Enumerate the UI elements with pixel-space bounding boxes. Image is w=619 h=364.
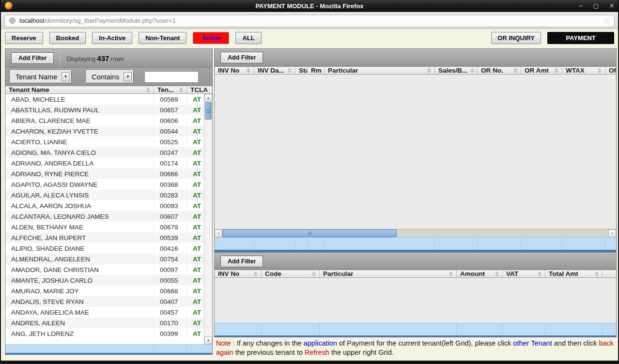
- payment-col-vat[interactable]: VAT: [503, 270, 545, 277]
- invoice-col-sales-b-[interactable]: Sales/B...: [435, 67, 478, 74]
- or-inquiry-button[interactable]: OR INQUIRY: [491, 32, 541, 44]
- note-segment: the upper right Grid.: [329, 349, 394, 356]
- status-button-booked[interactable]: Booked: [49, 32, 86, 44]
- tenant-no-cell: 00055: [154, 277, 187, 284]
- table-row[interactable]: AGAPITO, AGASSI DWAYNE00368AT: [5, 179, 212, 190]
- tenant-no-cell: 00569: [154, 96, 187, 103]
- tenant-name-cell: ANDRES, AILEEN: [5, 319, 154, 327]
- invoice-col-particular[interactable]: Particular: [325, 67, 435, 74]
- tenant-filter-bar: Tenant Name ▼ Contains ▼: [5, 68, 212, 86]
- scrollbar-track[interactable]: [397, 229, 608, 237]
- status-button-in-active[interactable]: In-Active: [92, 32, 132, 44]
- scrollbar-thumb[interactable]: [222, 229, 397, 237]
- footer-cell: [435, 238, 478, 250]
- tenant-col-ten-[interactable]: Ten...: [154, 86, 187, 93]
- status-button-reserve[interactable]: Reserve: [5, 32, 43, 44]
- tenant-name-cell: ADRIANO, ANDREA DELLA: [5, 160, 154, 167]
- add-filter-button[interactable]: Add Filter: [11, 52, 54, 64]
- close-icon[interactable]: ✕: [609, 2, 614, 9]
- tenant-name-cell: ANDALIS, STEVE RYAN: [5, 298, 154, 305]
- table-row[interactable]: AMURAO, MARIE JOY00668AT: [5, 286, 212, 296]
- invoice-col-or-amt[interactable]: OR Amt: [521, 67, 562, 74]
- minimize-icon[interactable]: –: [579, 2, 583, 9]
- payment-grid-header: INV NoCodeParticularAmountVATTotal Amt: [215, 270, 616, 278]
- sort-icon: [511, 68, 517, 73]
- payment-col-inv-no[interactable]: INV No: [215, 270, 262, 277]
- table-row[interactable]: AMANTE, JOSHUA CARLO00055AT: [5, 275, 212, 286]
- tenant-no-cell: 00174: [154, 160, 187, 167]
- scroll-left-icon[interactable]: ‹: [215, 229, 222, 237]
- table-row[interactable]: ACIERTO, LIANNE00525AT: [5, 136, 212, 147]
- payment-col-particular[interactable]: Particular: [320, 270, 457, 277]
- table-row[interactable]: AGUILAR, ALECA LYNSIS00283AT: [5, 190, 212, 200]
- invoice-col-inv-no[interactable]: INV No: [215, 67, 254, 74]
- tenant-col-tcla[interactable]: TCLA: [187, 86, 212, 93]
- column-label: Sta: [299, 67, 308, 74]
- payment-col-[interactable]: [603, 270, 616, 277]
- table-row[interactable]: AMADOR, DANE CHRISTIAN00097AT: [5, 264, 212, 275]
- table-row[interactable]: ABASTILLAS, RUDWIN PAUL00657AT: [5, 105, 212, 115]
- scrollbar-thumb[interactable]: [205, 102, 212, 120]
- vertical-scrollbar[interactable]: ▲ ▼: [204, 94, 212, 344]
- note-segment: of Payment for the current tenant(left G…: [337, 339, 513, 347]
- invoice-col-rm[interactable]: Rm: [308, 67, 325, 74]
- action-bar: ReserveBookedIn-ActiveNon-TenantActiveAL…: [1, 29, 618, 47]
- note-segment: If any changes in the: [237, 339, 304, 347]
- invoice-col-or-no-[interactable]: OR No.: [478, 67, 521, 74]
- table-row[interactable]: ANDRES, AILEEN00170AT: [5, 318, 212, 328]
- tenant-col-tenant-name[interactable]: Tenant Name: [5, 86, 154, 93]
- filter-operator-value: Contains: [92, 73, 119, 81]
- table-row[interactable]: ALDEN, BETHANY MAE00679AT: [5, 222, 212, 232]
- column-label: Particular: [323, 270, 353, 277]
- filter-operator-select[interactable]: Contains ▼: [86, 70, 134, 83]
- table-row[interactable]: ABIERA, CLARENCE MAE00606AT: [5, 115, 212, 126]
- invoice-col-wtax[interactable]: WTAX: [562, 67, 605, 74]
- tenant-grid-body: ABAD, MICHELLE00569ATABASTILLAS, RUDWIN …: [5, 94, 212, 344]
- table-row[interactable]: ADRIANO, ANDREA DELLA00174AT: [5, 158, 212, 168]
- scroll-right-icon[interactable]: ›: [608, 229, 616, 237]
- table-row[interactable]: ANDALIS, STEVE RYAN00407AT: [5, 296, 212, 307]
- table-row[interactable]: ALCALA, AARON JOSHUA00093AT: [5, 200, 212, 211]
- invoice-col-inv-da-[interactable]: INV Da...: [254, 67, 295, 74]
- add-filter-button[interactable]: Add Filter: [220, 256, 263, 267]
- scroll-up-icon[interactable]: ▲: [204, 94, 212, 102]
- tenant-name-cell: ALMENDRAL, ANGELEEN: [5, 256, 154, 263]
- maximize-icon[interactable]: ▢: [593, 2, 599, 9]
- sort-icon: [251, 272, 258, 276]
- horizontal-scrollbar[interactable]: ‹ ›: [215, 229, 616, 237]
- sort-icon: [176, 88, 183, 92]
- scroll-down-icon[interactable]: ▼: [204, 336, 212, 344]
- tenant-no-cell: 00544: [154, 128, 187, 135]
- tenant-no-cell: 00539: [154, 234, 187, 242]
- url-input[interactable]: localhost/dormitory/sg_tbarPaymentModule…: [4, 15, 615, 27]
- table-row[interactable]: ALCANTARA, LEONARD JAMES00607AT: [5, 211, 212, 222]
- table-row[interactable]: ADIONG, MA. TANYA CIELO00247AT: [5, 147, 212, 158]
- status-button-non-tenant[interactable]: Non-Tenant: [139, 32, 186, 44]
- table-row[interactable]: ALMENDRAL, ANGELEEN00754AT: [5, 254, 212, 264]
- footer-cell: [521, 238, 562, 250]
- grid-bottom-border: [215, 335, 616, 337]
- payment-col-code[interactable]: Code: [262, 270, 320, 277]
- table-row[interactable]: ACHARON, KEZIAH YVETTE00544AT: [5, 126, 212, 136]
- table-row[interactable]: ADRIANO, RYNE PIERCE00666AT: [5, 168, 212, 179]
- payment-col-amount[interactable]: Amount: [457, 270, 503, 277]
- payment-grid-body: [215, 278, 616, 323]
- footer-cell: [478, 238, 521, 250]
- invoice-col-or[interactable]: OR: [605, 67, 616, 74]
- table-row[interactable]: ABAD, MICHELLE00569AT: [5, 94, 212, 105]
- payment-col-total-amt[interactable]: Total Amt: [545, 270, 603, 277]
- status-button-all[interactable]: ALL: [235, 32, 261, 44]
- invoice-col-sta[interactable]: Sta: [295, 67, 308, 74]
- footer-cell: [605, 238, 616, 250]
- filter-field-select[interactable]: Tenant Name ▼: [10, 70, 72, 83]
- bookmark-star-icon[interactable]: ☆: [603, 17, 610, 24]
- table-row[interactable]: ALFECHE, JAN RUPERT00539AT: [5, 232, 212, 243]
- add-filter-button[interactable]: Add Filter: [220, 52, 263, 63]
- payment-button[interactable]: PAYMENT: [547, 32, 614, 44]
- status-button-active[interactable]: Active: [193, 32, 229, 44]
- table-row[interactable]: ANDAYA, ANGELICA MAE00457AT: [5, 307, 212, 318]
- table-row[interactable]: ANG, JETH LORENZ00399AT: [5, 328, 212, 339]
- table-row[interactable]: ALIPIO, SHADEE DIANE00416AT: [5, 243, 212, 254]
- filter-text-input[interactable]: [144, 71, 199, 83]
- tenant-status-buttons: ReserveBookedIn-ActiveNon-TenantActiveAL…: [5, 32, 262, 44]
